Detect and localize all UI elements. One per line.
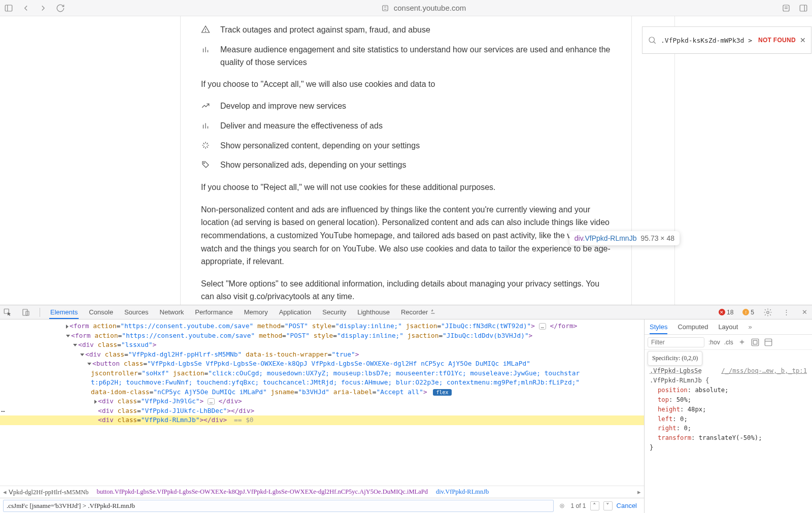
dom-search-input[interactable]: [3, 500, 554, 512]
rule-source[interactable]: /_/mss/boq-…ew,_b,_tp:1: [721, 366, 807, 376]
css-declaration[interactable]: top: 50%;: [650, 395, 807, 405]
svg-rect-5: [783, 5, 789, 11]
overflow-indicator: ⋯: [1, 407, 5, 416]
tooltip-class: .VfPpkd-RLmnJb: [583, 234, 637, 242]
tab-security[interactable]: Security: [321, 308, 347, 316]
styles-tab-computed[interactable]: Computed: [678, 323, 708, 331]
crumb[interactable]: ᐯpkd-dgl2Hf-ppHlrf-sM5MNb: [9, 488, 89, 496]
tab-sources[interactable]: Sources: [123, 308, 150, 316]
svg-rect-8: [800, 5, 807, 11]
dom-line[interactable]: <div class="VfPpkd-Jh9lGc"> … </div>: [0, 397, 644, 406]
svg-point-10: [649, 37, 655, 43]
css-declaration[interactable]: position: absolute;: [650, 386, 807, 395]
find-query[interactable]: .VfPpkd-ksKsZd-mWPk3d >: [661, 37, 754, 44]
tab-lighthouse[interactable]: Lighthouse: [356, 308, 391, 316]
svg-rect-26: [753, 340, 757, 344]
more-tabs-icon[interactable]: »: [748, 323, 752, 331]
cancel-button[interactable]: Cancel: [617, 502, 637, 509]
dom-breadcrumb[interactable]: ◂ ᐯpkd-dgl2Hf-ppHlrf-sM5MNb button.VfPpk…: [0, 486, 644, 498]
close-icon[interactable]: ✕: [800, 36, 806, 44]
css-declaration[interactable]: right: 0;: [650, 424, 807, 433]
tab-application[interactable]: Application: [278, 308, 313, 316]
svg-rect-2: [382, 5, 388, 11]
find-panel: .VfPpkd-ksKsZd-mWPk3d > NOT FOUND ✕: [642, 26, 811, 54]
page-viewport: .VfPpkd-ksKsZd-mWPk3d > NOT FOUND ✕ Trac…: [0, 16, 812, 305]
new-rule-icon[interactable]: ＋: [737, 338, 747, 347]
styles-tab-layout[interactable]: Layout: [718, 323, 738, 331]
tabs-icon[interactable]: [799, 4, 808, 13]
list-item: Deliver and measure the effectiveness of…: [220, 120, 383, 133]
dom-line[interactable]: <div class="VfPpkd-dgl2Hf-ppHlrf-sM5MNb"…: [0, 350, 644, 360]
crumb[interactable]: button.VfPpkd-LgbsSe.VfPpkd-LgbsSe-OWXEX…: [97, 488, 428, 496]
svg-point-24: [767, 311, 769, 313]
crumb-active[interactable]: div.VfPpkd-RLmnJb: [436, 488, 489, 496]
warning-count[interactable]: !5: [742, 309, 754, 316]
cls-toggle[interactable]: .cls: [724, 339, 733, 346]
dom-line[interactable]: <button class="VfPpkd-LgbsSe VfPpkd-Lgbs…: [0, 359, 644, 369]
reload-icon[interactable]: [56, 4, 65, 13]
clear-icon[interactable]: ⊗: [558, 501, 567, 510]
tab-recorder[interactable]: Recorder: [400, 308, 437, 316]
dom-tree[interactable]: ⋯ <form action="https://consent.youtube.…: [0, 319, 644, 486]
styles-pane: Styles Computed Layout » :hov .cls ＋ Spe…: [645, 319, 812, 513]
dom-line[interactable]: jscontroller="soHxf" jsaction="click:cOu…: [0, 369, 644, 378]
css-declaration[interactable]: transform: translateY(-50%);: [650, 433, 807, 443]
dom-line[interactable]: <form action="https://consent.youtube.co…: [0, 331, 644, 341]
accept-intro: If you choose to "Accept all," we will a…: [201, 78, 611, 91]
more-info-para: Select "More options" to see additional …: [201, 277, 611, 303]
tab-elements[interactable]: Elements: [49, 308, 79, 319]
svg-rect-22: [23, 309, 27, 315]
dom-line[interactable]: t:p6p2H; touchmove:FwuNnf; touchend:yfqB…: [0, 378, 644, 388]
site-settings-icon[interactable]: [381, 4, 390, 13]
search-count: 1 of 1: [571, 502, 586, 509]
gear-icon[interactable]: [763, 308, 772, 317]
warning-icon: [201, 25, 210, 34]
dom-line[interactable]: <div class="VfPpkd-J1Ukfc-LhBDec"></div>: [0, 406, 644, 416]
bar-chart-icon: [201, 121, 210, 130]
find-status: NOT FOUND: [758, 37, 796, 44]
reader-icon[interactable]: [782, 4, 791, 13]
svg-point-13: [206, 31, 206, 31]
consent-card: Track outages and protect against spam, …: [180, 16, 632, 305]
sidebar-toggle-icon[interactable]: [4, 4, 13, 13]
list-item: Show personalized content, depending on …: [220, 140, 420, 152]
tab-console[interactable]: Console: [88, 308, 114, 316]
dom-line[interactable]: <div class="VfPpkd-RLmnJb"></div> == $0: [0, 415, 644, 425]
prev-match-icon[interactable]: ˄: [590, 501, 599, 510]
styles-filter-input[interactable]: [648, 337, 704, 347]
close-brace: }: [650, 444, 653, 451]
address-text[interactable]: consent.youtube.com: [394, 4, 466, 12]
vertical-divider: [674, 16, 675, 305]
dom-line[interactable]: data-idom-class="nCP5yc AjY5Oe DuMIQc iM…: [0, 388, 644, 397]
device-icon[interactable]: [21, 308, 30, 317]
sparkle-icon: [201, 141, 210, 150]
tooltip-dims: 95.73 × 48: [640, 234, 674, 242]
close-icon[interactable]: ✕: [800, 308, 809, 317]
list-item: Develop and improve new services: [220, 100, 346, 113]
tag-icon: [201, 160, 210, 169]
tab-memory[interactable]: Memory: [243, 308, 269, 316]
tab-performance[interactable]: Performance: [194, 308, 233, 316]
css-declaration[interactable]: height: 48px;: [650, 405, 807, 414]
hov-toggle[interactable]: :hov: [708, 339, 720, 346]
forward-icon[interactable]: [39, 4, 48, 13]
tooltip-tag: div: [574, 234, 583, 242]
kebab-icon[interactable]: ⋮: [782, 308, 791, 317]
svg-rect-0: [5, 5, 12, 11]
error-count[interactable]: ✕18: [719, 309, 733, 316]
computed-icon[interactable]: [751, 338, 760, 347]
trend-icon: [201, 101, 210, 110]
dom-line[interactable]: <div class="lssxud">: [0, 340, 644, 350]
back-icon[interactable]: [21, 4, 30, 13]
dom-search-bar: ⊗ 1 of 1 ˄ ˅ Cancel: [0, 498, 644, 513]
css-declaration[interactable]: left: 0;: [650, 414, 807, 424]
styles-tab-styles[interactable]: Styles: [650, 323, 667, 334]
styles-body[interactable]: Specificity: (0,2,0) .VfPpkd-LgbsSe /_/m…: [645, 350, 812, 513]
next-match-icon[interactable]: ˅: [603, 501, 613, 510]
dom-line[interactable]: <form action="https://consent.youtube.co…: [0, 322, 644, 331]
inspect-icon[interactable]: [3, 308, 12, 317]
tab-network[interactable]: Network: [159, 308, 185, 316]
rule-selector: .VfPpkd-RLmnJb {: [650, 377, 709, 384]
panel-icon[interactable]: [764, 338, 773, 347]
svg-rect-25: [752, 339, 759, 346]
